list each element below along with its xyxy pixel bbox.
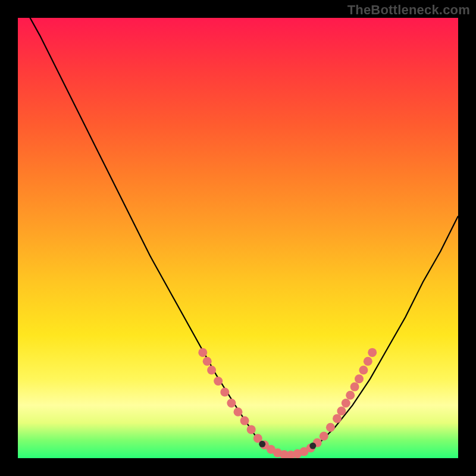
- marker-dot: [198, 348, 207, 357]
- chart-svg: [18, 18, 458, 458]
- marker-dot: [240, 416, 249, 425]
- chart-plot-area: [18, 18, 458, 458]
- marker-dot: [207, 366, 216, 375]
- marker-dot-dark: [259, 441, 265, 447]
- data-markers: [198, 348, 377, 458]
- marker-dot: [247, 425, 256, 434]
- marker-dot-dark: [309, 443, 316, 449]
- curve-path: [18, 18, 458, 456]
- marker-dot: [203, 357, 212, 366]
- marker-dot: [333, 414, 342, 423]
- chart-frame: TheBottleneck.com: [0, 0, 476, 476]
- marker-dot: [355, 374, 364, 383]
- marker-dot: [320, 432, 328, 441]
- bottleneck-curve: [18, 18, 458, 456]
- marker-dot: [342, 399, 350, 408]
- marker-dot: [326, 423, 335, 432]
- marker-dot: [346, 391, 355, 400]
- marker-dot: [227, 399, 236, 408]
- marker-dot: [214, 377, 223, 386]
- marker-dot: [364, 357, 372, 366]
- marker-dot: [368, 348, 377, 357]
- marker-dot: [234, 408, 243, 416]
- watermark-text: TheBottleneck.com: [347, 2, 470, 18]
- marker-dot: [359, 366, 368, 375]
- marker-dot: [220, 388, 229, 397]
- marker-dot: [350, 383, 359, 392]
- marker-dot: [337, 406, 346, 415]
